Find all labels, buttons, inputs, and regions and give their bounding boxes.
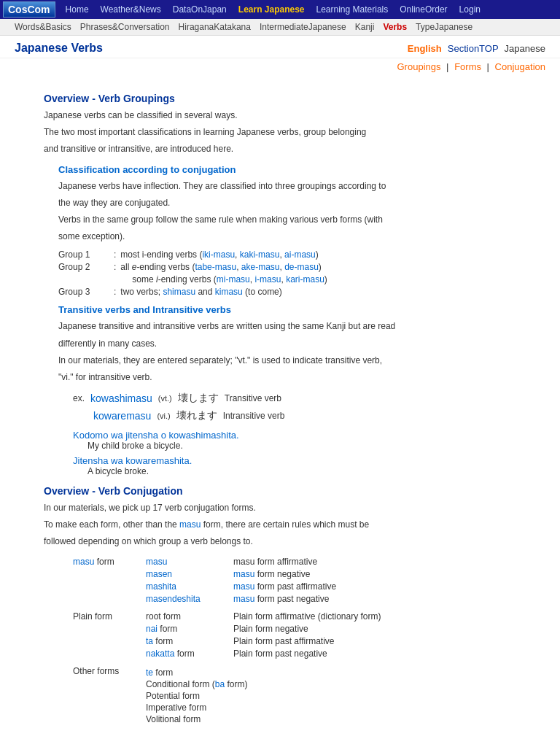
link-tabe-masu[interactable]: tabe-masu (195, 262, 236, 272)
masen-desc: masu form negative (233, 569, 310, 579)
lang-english[interactable]: English (408, 43, 442, 54)
nav-home[interactable]: Home (60, 4, 95, 15)
sentence-1-translation: My child broke a bicycle. (88, 441, 531, 451)
other-forms-table: Other forms te form Conditional form (ba… (73, 666, 531, 726)
nav-words-basics[interactable]: Words&Basics (15, 22, 71, 32)
potential-form-item: Potential form (146, 691, 247, 701)
nav-dataon[interactable]: DataOnJapan (167, 4, 233, 15)
link-kaki-masu[interactable]: kaki-masu (240, 249, 280, 260)
section-verb-groupings: Overview - Verb Groupings Japanese verbs… (44, 93, 531, 476)
group1-row: Group 1 : most i-ending verbs (iki-masu,… (58, 249, 531, 260)
plain-root-desc: Plain form affirmative (dictionary form) (233, 611, 381, 622)
ta-form: ta form (146, 636, 233, 646)
nav-verbs[interactable]: Verbs (383, 22, 407, 32)
nav-online-order[interactable]: OnlineOrder (394, 4, 453, 15)
particle-vt: (vt.) (158, 394, 172, 403)
link-masu-masendeshita[interactable]: masu (233, 594, 254, 604)
link-ai-masu[interactable]: ai-masu (284, 249, 316, 260)
nai-row: nai form Plain form negative (73, 624, 531, 634)
link-shimasu[interactable]: shimasu (163, 287, 195, 297)
ta-desc: Plain form past affirmative (233, 636, 335, 646)
link-forms[interactable]: Forms (454, 61, 481, 72)
nav-type-japanese[interactable]: TypeJapanese (416, 22, 472, 32)
page-header: Japanese Verbs English SectionTOP Japane… (0, 36, 560, 58)
ta-row: ta form Plain form past affirmative (73, 636, 531, 646)
link-masu-mashita[interactable]: masu (233, 581, 254, 592)
group3-label: Group 3 (58, 287, 109, 297)
link-kari-masu[interactable]: kari-masu (286, 274, 324, 285)
masu-label: masu form (73, 557, 146, 567)
subsection2-para1: Japanese transitive and intransitive ver… (58, 320, 531, 333)
main-content: Overview - Verb Groupings Japanese verbs… (0, 78, 560, 747)
example-row-2: kowaremasu (vi.) 壊れます Intransitive verb (73, 409, 531, 422)
sub-section-conjugation: Classification according to conjugation … (44, 164, 531, 298)
subsection2-para4: "vi." for intransitive verb. (58, 371, 531, 384)
ex-label-2 (73, 411, 88, 421)
group2-sub-content: some i-ending verbs (mi-masu, i-masu, ka… (132, 274, 531, 285)
sentence-1-link[interactable]: Kodomo wa jitensha o kowashimashita. (73, 430, 531, 441)
nav-login[interactable]: Login (454, 4, 486, 15)
nav-hiragana[interactable]: HiraganaKatakana (179, 22, 251, 32)
link-te[interactable]: te (146, 667, 153, 678)
nav-weather[interactable]: Weather&News (95, 4, 167, 15)
sentence-2-translation: A bicycle broke. (88, 466, 531, 476)
link-mashita[interactable]: mashita (146, 581, 233, 592)
link-masendeshita[interactable]: masendeshita (146, 594, 233, 604)
link-mi-masu[interactable]: mi-masu (217, 274, 250, 285)
section2-intro2: To make each form, other than the masu f… (44, 518, 531, 532)
group1-content: most i-ending verbs (iki-masu, kaki-masu… (120, 249, 531, 260)
nav-intermediate[interactable]: IntermediateJapanese (260, 22, 346, 32)
nakatta-form: nakatta form (146, 649, 233, 659)
link-nakatta[interactable]: nakatta (146, 649, 174, 659)
link-masu-label[interactable]: masu (73, 557, 94, 567)
plain-header: Plain form root form Plain form affirmat… (73, 611, 531, 622)
link-iki-masu[interactable]: iki-masu (202, 249, 235, 260)
lang-japanese[interactable]: Japanese (505, 43, 545, 54)
link-masu-intro[interactable]: masu (179, 519, 201, 530)
subsection1-para3: Verbs in the same group follow the same … (58, 213, 531, 227)
plain-root: root form (146, 611, 233, 622)
other-header: Other forms te form Conditional form (ba… (73, 666, 531, 726)
section1-intro1: Japanese verbs can be classified in seve… (44, 109, 531, 123)
link-ta[interactable]: ta (146, 636, 153, 646)
nav-learning-materials[interactable]: Learning Materials (311, 4, 394, 15)
example-row-1: ex. kowashimasu (vt.) 壊します Transitive ve… (73, 392, 531, 405)
nav-kanji[interactable]: Kanji (355, 22, 375, 32)
logo[interactable]: CosCom (3, 1, 55, 18)
lang-links: English SectionTOP Japanese (408, 43, 545, 54)
link-i-masu[interactable]: i-masu (254, 274, 281, 285)
link-kimasu[interactable]: kimasu (215, 287, 243, 297)
sep1: | (446, 61, 448, 72)
sentence-2-link[interactable]: Jitensha wa kowaremashita. (73, 455, 531, 466)
link-masu-masen[interactable]: masu (233, 569, 254, 579)
masen-row: masen masu form negative (73, 569, 531, 579)
lang-section-top[interactable]: SectionTOP (448, 43, 499, 54)
group3-content: two verbs; shimasu and kimasu (to come) (120, 287, 531, 297)
link-kowaremasu[interactable]: kowaremasu (93, 410, 151, 422)
group2-content: all e-ending verbs (tabe-masu, ake-masu,… (120, 262, 531, 272)
link-conjugation[interactable]: Conjugation (495, 61, 545, 72)
nav-phrases[interactable]: Phrases&Conversation (80, 22, 170, 32)
other-forms-list: te form Conditional form (ba form) Poten… (146, 666, 247, 726)
kanji-kowashimasu: 壊します (178, 392, 219, 405)
nav-learn-japanese[interactable]: Learn Japanese (233, 4, 311, 15)
link-masu-form[interactable]: masu (146, 557, 233, 567)
link-de-masu[interactable]: de-masu (284, 262, 319, 272)
examples-table: ex. kowashimasu (vt.) 壊します Transitive ve… (73, 392, 531, 422)
second-navigation: Words&Basics Phrases&Conversation Hiraga… (0, 19, 560, 36)
link-groupings[interactable]: Groupings (397, 61, 441, 72)
masu-form-table: masu form masu masu form affirmative mas… (73, 557, 531, 604)
link-nai[interactable]: nai (146, 624, 158, 634)
section1-intro2: The two most important classifications i… (44, 125, 531, 139)
link-ake-masu[interactable]: ake-masu (241, 262, 280, 272)
link-masen[interactable]: masen (146, 569, 233, 579)
link-ba[interactable]: ba (215, 679, 225, 689)
section2-intro3: followed depending on which group a verb… (44, 535, 531, 549)
link-kowashimasu[interactable]: kowashimasu (90, 392, 152, 404)
mashita-row: mashita masu form past affirmative (73, 581, 531, 592)
nakatta-desc: Plain form past negative (233, 649, 327, 659)
group3-row: Group 3 : two verbs; shimasu and kimasu … (58, 287, 531, 297)
ba-form-item: Conditional form (ba form) (146, 679, 247, 689)
section1-intro3: and transitive or intransitive, are intr… (44, 142, 531, 156)
imperative-form-item: Imperative form (146, 703, 247, 713)
